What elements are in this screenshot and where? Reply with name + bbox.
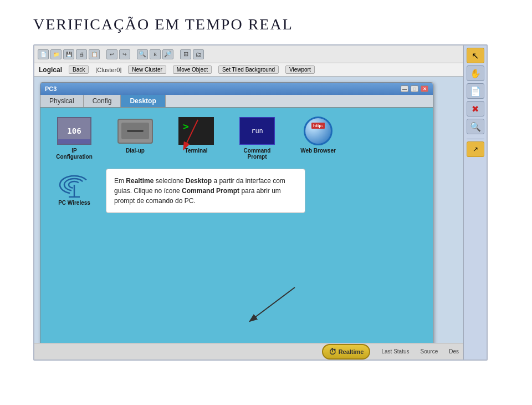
sidebar-delete-icon[interactable]: ✖ (467, 101, 484, 117)
callout-box: Em Realtime selecione Desktop a partir d… (106, 169, 305, 213)
window-controls: — □ ✕ (401, 85, 428, 92)
toolbar-grid[interactable]: ⊞ (180, 49, 191, 59)
callout-realtime: Realtime (126, 177, 154, 185)
minimize-button[interactable]: — (401, 85, 408, 92)
sidebar-realtime-icon[interactable]: ↗ (467, 141, 484, 157)
desktop-icons-row: 106 IPConfiguration (49, 117, 424, 160)
page-title: Verificação em Tempo Real (0, 0, 532, 44)
ip-config-label: IPConfiguration (56, 148, 93, 160)
wireless-graphic (57, 165, 92, 201)
toolbar-custom[interactable]: 🗂 (193, 49, 204, 59)
toolbar-print[interactable]: 🖨 (76, 49, 87, 59)
right-sidebar: ↖ ✋ 📄 ✖ 🔍 ↗ (463, 45, 487, 360)
pc3-window: PC3 — □ ✕ Physical Config Desktop (40, 82, 433, 354)
cluster-label: [Cluster0] (95, 67, 121, 73)
terminal-graphic: > (178, 117, 214, 145)
tab-physical[interactable]: Physical (40, 95, 84, 107)
terminal-img: > (178, 117, 214, 145)
cmd-label: CommandPrompt (244, 148, 271, 160)
tab-desktop[interactable]: Desktop (121, 95, 165, 107)
pc3-title: PC3 (45, 85, 57, 92)
cmd-icon-container[interactable]: run CommandPrompt (232, 117, 282, 160)
http-label: http: (311, 123, 325, 129)
cmd-graphic: run (239, 117, 275, 145)
viewport-button[interactable]: Viewport (285, 65, 315, 74)
web-browser-label: Web Browser (300, 148, 336, 154)
toolbar-new[interactable]: 📄 (38, 49, 49, 59)
cmd-img: run (239, 117, 275, 145)
back-button[interactable]: Back (69, 65, 89, 74)
wireless-img (57, 169, 92, 198)
source-label: Source (421, 348, 438, 355)
toolbar-open[interactable]: 📁 (50, 49, 62, 59)
wireless-svg (58, 168, 91, 199)
toolbar-zoom-out[interactable]: 🔎 (162, 49, 173, 59)
maximize-button[interactable]: □ (411, 85, 418, 92)
toolbar-zoom-in[interactable]: 🔍 (137, 49, 148, 59)
toolbar-zoom-reset[interactable]: R (150, 49, 161, 59)
set-tiled-button[interactable]: Set Tiled Background (218, 65, 279, 74)
ip-config-graphic: 106 (57, 117, 91, 145)
callout-desktop: Desktop (186, 177, 212, 185)
web-browser-graphic: http: (304, 117, 332, 145)
wireless-icon-container[interactable]: PC Wireless (49, 169, 99, 206)
pc3-tabs: Physical Config Desktop (40, 95, 433, 108)
ip-config-img: 106 (57, 117, 92, 145)
last-status-label: Last Status (381, 348, 409, 355)
pt-workspace: PC3 — □ ✕ Physical Config Desktop (34, 77, 463, 343)
wireless-label: PC Wireless (58, 200, 90, 206)
toolbar-save[interactable]: 💾 (63, 49, 74, 59)
desktop-bottom-row: PC Wireless Em Realtime selecione Deskto… (49, 169, 424, 213)
dialup-graphic (117, 119, 153, 144)
realtime-button[interactable]: ⏱ Realtime (322, 344, 371, 360)
new-cluster-button[interactable]: New Cluster (128, 65, 166, 74)
top-toolbar: 📄 📁 💾 🖨 📋 ↩ ↪ 🔍 R 🔎 ⊞ 🗂 (34, 45, 463, 63)
dest-label: Des (449, 348, 459, 355)
title-text: Verificação em Tempo Real (33, 16, 293, 33)
terminal-label: Terminal (185, 148, 208, 154)
dialup-label: Dial-up (126, 148, 145, 154)
web-browser-icon-container[interactable]: http: Web Browser (293, 117, 343, 154)
pc3-titlebar: PC3 — □ ✕ (40, 83, 433, 95)
pc3-desktop: 106 IPConfiguration (40, 108, 433, 345)
terminal-icon-container[interactable]: > Terminal (171, 117, 221, 154)
screenshot-container: i ? 📄 📁 💾 🖨 📋 ↩ ↪ 🔍 R 🔎 ⊞ 🗂 Logical Back… (33, 44, 488, 361)
ip-config-icon-container[interactable]: 106 IPConfiguration (49, 117, 99, 160)
toolbar-copy[interactable]: 📋 (89, 49, 100, 59)
tab-config[interactable]: Config (84, 95, 121, 107)
toolbar-undo[interactable]: ↩ (106, 49, 117, 59)
logical-label: Logical (39, 66, 62, 74)
sidebar-hand-icon[interactable]: ✋ (467, 65, 484, 81)
toolbar-redo[interactable]: ↪ (119, 49, 130, 59)
sidebar-select-icon[interactable]: ↖ (467, 48, 484, 63)
callout-text: Em Realtime selecione Desktop a partir d… (114, 176, 297, 206)
sidebar-zoom-icon[interactable]: 🔍 (467, 119, 484, 134)
callout-cmd: Command Prompt (182, 187, 239, 195)
logical-bar: Logical Back [Cluster0] New Cluster Move… (34, 63, 463, 77)
realtime-label: Realtime (339, 348, 364, 355)
web-browser-img: http: (300, 117, 336, 145)
bottom-status-bar: ⏱ Realtime Last Status Source Des (34, 343, 463, 360)
move-object-button[interactable]: Move Object (173, 65, 212, 74)
close-button[interactable]: ✕ (421, 85, 428, 92)
sidebar-note-icon[interactable]: 📄 (467, 83, 484, 99)
dialup-icon-container[interactable]: Dial-up (110, 117, 160, 154)
dialup-img (117, 117, 153, 145)
